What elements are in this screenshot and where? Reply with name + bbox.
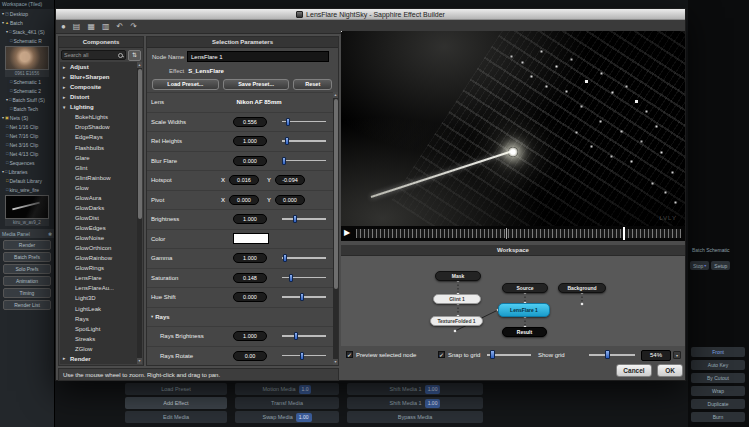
component-item-bokehlights[interactable]: BokehLights xyxy=(60,112,137,122)
front-button[interactable]: Front xyxy=(691,347,745,357)
cancel-button[interactable]: Cancel xyxy=(616,364,652,377)
project-item-batch[interactable]: ▾▲Batch xyxy=(0,18,54,27)
timeline-scrubber[interactable]: ▶ xyxy=(341,226,685,241)
pivot-y-value[interactable]: 0.000 xyxy=(275,195,305,205)
rays-rotate-slider[interactable] xyxy=(281,351,327,361)
node-background[interactable]: Background xyxy=(558,283,606,293)
gamma-value[interactable]: 1.000 xyxy=(233,253,267,263)
project-item-default-library[interactable]: □Default Library xyxy=(0,176,54,185)
project-item-kiru-wire-fire[interactable]: □kiru_wire_fire xyxy=(0,185,54,194)
shift-media-1-button[interactable]: Shift Media 11.00 xyxy=(347,397,483,409)
component-group-distort[interactable]: ▸Distort xyxy=(60,92,137,102)
media-panel-tab[interactable]: Media Panel✱ xyxy=(0,229,54,238)
blur-flare-value[interactable]: 0.000 xyxy=(233,156,267,166)
swap-media-button[interactable]: Swap Media1.00 xyxy=(235,411,339,423)
component-item-light3d[interactable]: Light3D xyxy=(60,293,137,303)
node-name-input[interactable]: LensFlare 1 xyxy=(187,51,329,62)
slider-handle[interactable] xyxy=(285,137,289,145)
reset-button[interactable]: Reset xyxy=(293,79,332,90)
node-mask[interactable]: Mask xyxy=(435,271,481,281)
slider-handle[interactable] xyxy=(294,332,298,340)
open-icon[interactable]: ▤ xyxy=(73,23,81,31)
save-icon[interactable]: ▦ xyxy=(87,23,95,31)
rays-brightness-slider[interactable] xyxy=(281,331,327,341)
component-item-glowrings[interactable]: GlowRings xyxy=(60,263,137,273)
dialog-titlebar[interactable]: LensFlare NightSky - Sapphire Effect Bui… xyxy=(56,9,685,20)
node-lensflare-1[interactable]: LensFlare 1 xyxy=(498,303,550,317)
clip-thumbnail-dark[interactable] xyxy=(5,195,49,219)
node-result[interactable]: Result xyxy=(502,327,547,337)
saturation-value[interactable]: 0.148 xyxy=(233,273,267,283)
component-item-glownoise[interactable]: GlowNoise xyxy=(60,233,137,243)
project-item-batch-stuff-s[interactable]: ▾□Batch Stuff (S) xyxy=(0,95,54,104)
preview-viewport[interactable]: LVLY xyxy=(341,31,685,226)
project-item-schematic-2[interactable]: □Schematic 2 xyxy=(0,86,54,95)
render-button[interactable]: Render xyxy=(3,240,51,250)
node-glint-1[interactable]: Glint 1 xyxy=(433,294,481,304)
transf-media-button[interactable]: Transf Media xyxy=(235,397,339,409)
component-item-flashbulbs[interactable]: Flashbulbs xyxy=(60,143,137,153)
component-item-glintrainbow[interactable]: GlintRainbow xyxy=(60,173,137,183)
color-swatch[interactable] xyxy=(233,233,269,244)
save-as-icon[interactable]: ▥ xyxy=(102,23,110,31)
slider-handle[interactable] xyxy=(293,215,297,223)
component-item-dropshadow[interactable]: DropShadow xyxy=(60,122,137,132)
hue-shift-value[interactable]: 0.000 xyxy=(233,292,267,302)
brightness-slider[interactable] xyxy=(281,214,327,224)
preview-selected-node-checkbox[interactable]: ✓ xyxy=(346,351,353,358)
pivot-x-value[interactable]: 0.000 xyxy=(229,195,259,205)
value-chip[interactable]: 1.0 xyxy=(299,385,312,394)
component-item-glint[interactable]: Glint xyxy=(60,163,137,173)
project-item-sequences[interactable]: □Sequences xyxy=(0,158,54,167)
component-item-glowaura[interactable]: GlowAura xyxy=(60,193,137,203)
render-list-button[interactable]: Render List xyxy=(3,300,51,310)
stop-button[interactable]: Stop▾ xyxy=(690,261,709,270)
slider-handle[interactable] xyxy=(289,274,293,282)
lens-flare-hotspot[interactable] xyxy=(508,147,518,157)
redo-icon[interactable]: ↷ xyxy=(130,23,137,31)
component-group-render[interactable]: ▸Render xyxy=(60,354,137,364)
animation-button[interactable]: Animation xyxy=(3,276,51,286)
workspace-zoom-slider[interactable] xyxy=(589,350,635,360)
scale-widths-value[interactable]: 0.556 xyxy=(233,117,267,127)
snap-to-grid-checkbox[interactable]: ✓ xyxy=(438,351,445,358)
scroll-up-icon[interactable]: ▲ xyxy=(333,92,338,98)
gear-icon[interactable]: ✱ xyxy=(48,231,52,237)
component-item-glowedges[interactable]: GlowEdges xyxy=(60,223,137,233)
value-chip[interactable]: 1.00 xyxy=(425,385,441,394)
parameters-scrollbar[interactable]: ▲ ▼ xyxy=(333,92,338,365)
undo-icon[interactable]: ↶ xyxy=(117,23,124,31)
lens-value[interactable]: Nikon AF 85mm xyxy=(211,99,307,105)
project-item-net-7-16-clip[interactable]: □Net 7/16 Clip xyxy=(0,131,54,140)
component-group-adjust[interactable]: ▸Adjust xyxy=(60,62,137,72)
node-source[interactable]: Source xyxy=(502,283,548,293)
component-item-glowrainbow[interactable]: GlowRainbow xyxy=(60,253,137,263)
sort-button[interactable]: ⇅ xyxy=(128,50,141,61)
new-scene-icon[interactable]: ● xyxy=(61,23,66,31)
component-item-edgerays[interactable]: EdgeRays xyxy=(60,132,137,142)
rays-brightness-value[interactable]: 1.000 xyxy=(233,331,267,341)
project-item-nets-s[interactable]: ▾▣Nets (S) xyxy=(0,113,54,122)
wrap-button[interactable]: Wrap xyxy=(691,386,745,396)
project-item-net-3-16-clip[interactable]: □Net 3/16 Clip xyxy=(0,140,54,149)
component-item-glow[interactable]: Glow xyxy=(60,183,137,193)
component-item-spotlight[interactable]: SpotLight xyxy=(60,324,137,334)
scale-widths-slider[interactable] xyxy=(281,117,327,127)
slider-handle[interactable] xyxy=(286,118,290,126)
rays-rotate-value[interactable]: 0.00 xyxy=(233,351,267,361)
rel-heights-slider[interactable] xyxy=(281,136,327,146)
component-item-gloworthicon[interactable]: GlowOrthicon xyxy=(60,243,137,253)
component-group-composite[interactable]: ▸Composite xyxy=(60,82,137,92)
hue-shift-slider[interactable] xyxy=(281,292,327,302)
grid-size-slider[interactable] xyxy=(487,350,531,360)
blur-flare-slider[interactable] xyxy=(281,156,327,166)
by-cutout-button[interactable]: By Cutout xyxy=(691,373,745,383)
scroll-up-icon[interactable]: ▲ xyxy=(137,62,142,68)
saturation-slider[interactable] xyxy=(281,273,327,283)
timing-button[interactable]: Timing xyxy=(3,288,51,298)
slider-handle[interactable] xyxy=(283,254,287,262)
shift-media-1-button[interactable]: Shift Media 11.00 xyxy=(347,383,483,395)
component-item-lightleak[interactable]: LightLeak xyxy=(60,304,137,314)
play-icon[interactable]: ▶ xyxy=(344,229,350,237)
node-graph-canvas[interactable]: MaskGlint 1TextureFolded 1SourceLensFlar… xyxy=(341,256,685,346)
